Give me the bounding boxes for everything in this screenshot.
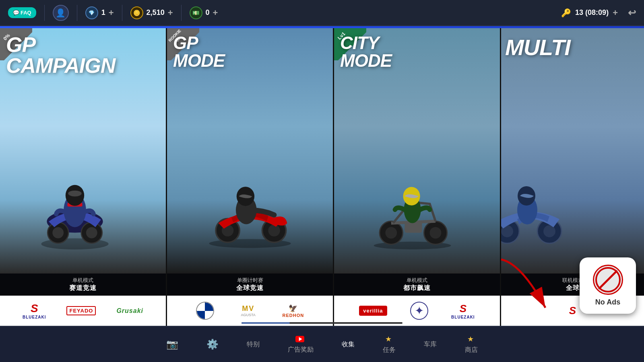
divider-3	[122, 5, 122, 21]
gp-campaign-info: 单机模式 赛道竞速	[0, 274, 166, 296]
mission-star-icon: ★	[385, 335, 392, 343]
nav-shop[interactable]: ★ 商店	[451, 331, 492, 358]
garage-label: 车库	[424, 340, 437, 349]
coin-count: 2,510	[147, 8, 165, 17]
divider-2	[77, 5, 77, 21]
faq-button[interactable]: 💬 FAQ	[8, 7, 36, 18]
gem-plus-button[interactable]: +	[109, 8, 114, 18]
youtube-icon	[295, 335, 306, 343]
multi-image: MULTI	[501, 28, 644, 274]
sponsor-partial: S	[569, 301, 576, 321]
shop-star-icon: ★	[467, 335, 474, 343]
gp-campaign-title: GPCAMPAIGN	[6, 34, 115, 76]
svg-point-21	[430, 227, 442, 239]
scroll-thumb	[242, 322, 290, 324]
gp-mode-card[interactable]: ROOKIE0P GPMODE	[167, 28, 334, 326]
nav-settings[interactable]: ⚙️	[192, 335, 233, 354]
city-mode-type: 单机模式	[340, 277, 494, 284]
svg-point-9	[68, 191, 81, 197]
gp-campaign-mode-name: 赛道竞速	[6, 284, 160, 292]
city-mode-name: 都市飙速	[340, 284, 494, 292]
bottom-nav: 📷 ⚙️ 特别 广告奖励 收集 ★ 任务 车库 ★ 商店	[0, 326, 644, 362]
collect-label: 收集	[342, 340, 355, 349]
no-ads-label: No Ads	[595, 298, 620, 306]
gp-campaign-rider	[35, 147, 115, 251]
shop-label: 商店	[465, 346, 478, 354]
sponsor-verillia: verillia	[359, 301, 387, 321]
coin-currency: 🪙 2,510 +	[130, 6, 173, 19]
gem-count: 1	[101, 8, 105, 17]
gp-mode-type: 单圈计时赛	[173, 277, 327, 284]
sponsor-redhon: 🦅 REDHON	[283, 301, 304, 321]
nav-garage[interactable]: 车库	[410, 336, 451, 353]
dollar-plus-button[interactable]: +	[213, 8, 218, 18]
gp-mode-sponsors: MV AGUSTA 🦅 REDHON	[167, 296, 333, 326]
gp-mode-info: 单圈计时赛 全球竞速	[167, 274, 333, 296]
sponsor-bluezaki-2: S BLUEZAKI	[451, 301, 475, 321]
nav-mission[interactable]: ★ 任务	[369, 331, 410, 358]
key-plus-button[interactable]: +	[613, 8, 618, 18]
key-count: 13 (08:09)	[575, 8, 609, 17]
mission-label: 任务	[383, 346, 396, 354]
city-mode-card[interactable]: Lv1 CITYMODE	[334, 28, 501, 326]
sponsor-bluezaki-1: S BLUEZAKI	[23, 301, 46, 321]
svg-point-5	[86, 227, 97, 239]
coin-plus-button[interactable]: +	[168, 8, 173, 18]
sponsor-mv: MV AGUSTA	[241, 301, 255, 321]
no-ads-icon	[593, 265, 623, 295]
gem-icon: 💎	[85, 6, 98, 19]
top-bar: 💬 FAQ 👤 💎 1 + 🪙 2,510 + 💵 0 + 🔑 13 (08:0…	[0, 0, 644, 26]
key-icon: 🔑	[561, 8, 571, 18]
city-mode-sponsors: verillia ✦ S BLUEZAKI	[334, 296, 500, 326]
nav-special[interactable]: 特别	[233, 336, 274, 353]
gem-currency: 💎 1 +	[85, 6, 114, 19]
dollar-count: 0	[206, 8, 210, 17]
gp-mode-image: ROOKIE0P GPMODE	[167, 28, 333, 274]
divider-4	[181, 5, 182, 21]
back-button[interactable]: ↩	[628, 7, 636, 19]
camera-icon: 📷	[166, 339, 178, 350]
coin-icon: 🪙	[130, 6, 143, 19]
svg-point-28	[543, 225, 555, 237]
multi-title: MULTI	[505, 36, 570, 59]
gp-campaign-sponsors: S BLUEZAKI FEYADO Grusaki	[0, 296, 166, 326]
faq-label: FAQ	[21, 10, 31, 16]
gp-mode-name: 全球竞速	[173, 284, 327, 292]
sponsor-yokoma: ✦	[410, 301, 428, 321]
ad-reward-label: 广告奖励	[288, 346, 314, 354]
gp-mode-title: GPMODE	[173, 34, 225, 70]
nav-ad-reward[interactable]: 广告奖励	[274, 331, 328, 358]
gp-mode-rider	[202, 143, 298, 251]
divider-1	[44, 5, 45, 21]
sponsor-bmw	[196, 301, 214, 321]
svg-point-4	[52, 227, 64, 239]
gp-campaign-mode-type: 单机模式	[6, 277, 160, 284]
key-timer: 🔑 13 (08:09) + ↩	[561, 7, 636, 19]
dollar-currency: 💵 0 +	[190, 6, 218, 19]
gp-campaign-image: 0% GPCAMPAIGN	[0, 28, 166, 274]
svg-point-20	[385, 227, 397, 239]
gp-campaign-card[interactable]: 0% GPCAMPAIGN	[0, 28, 167, 326]
no-ads-button[interactable]: No Ads	[580, 257, 636, 314]
sponsor-grusaki: Grusaki	[116, 301, 143, 321]
main-content: 0% GPCAMPAIGN	[0, 28, 644, 326]
dollar-icon: 💵	[190, 6, 202, 19]
nav-camera[interactable]: 📷	[152, 335, 192, 354]
svg-point-14	[268, 224, 280, 237]
city-mode-rider	[366, 145, 459, 251]
nav-collect[interactable]: 收集	[328, 336, 369, 353]
scroll-bar	[242, 322, 402, 324]
settings-icon: ⚙️	[206, 339, 219, 350]
chat-icon: 💬	[13, 10, 19, 16]
city-mode-image: Lv1 CITYMODE	[334, 28, 500, 274]
sponsor-feyado: FEYADO	[66, 301, 96, 321]
special-label: 特别	[247, 340, 260, 349]
user-avatar[interactable]: 👤	[53, 5, 69, 21]
multi-rider	[501, 141, 598, 249]
city-mode-info: 单机模式 都市飙速	[334, 274, 500, 296]
city-mode-title: CITYMODE	[340, 34, 392, 70]
